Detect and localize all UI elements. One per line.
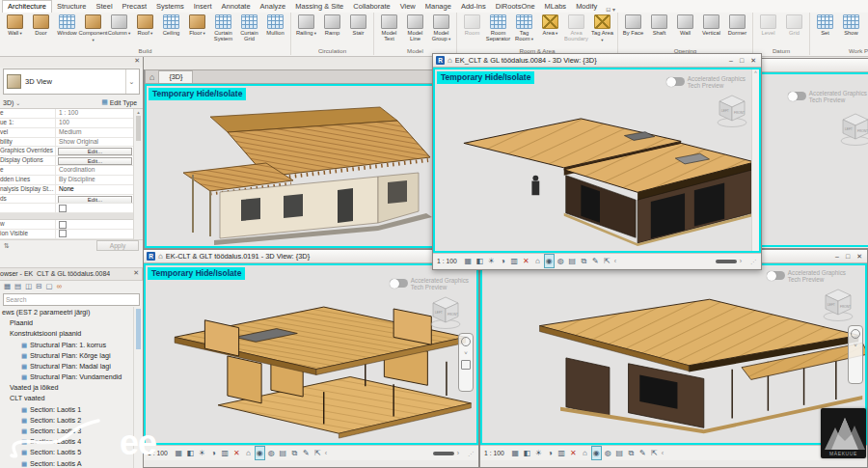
- ribbon-tab[interactable]: Systems: [151, 1, 189, 13]
- ribbon-button[interactable]: Component: [80, 13, 106, 46]
- accelerated-graphics-toggle[interactable]: [666, 77, 685, 86]
- crop-view-icon[interactable]: ▥: [221, 447, 230, 459]
- browser-tree-item[interactable]: Structural Plan: Vundamendid: [0, 372, 143, 382]
- reveal-hidden-elements-icon[interactable]: ◍: [267, 447, 276, 459]
- browser-tree-item[interactable]: Vaated ja lõiked: [0, 382, 143, 393]
- chevron-down-icon[interactable]: ⌄: [125, 69, 137, 94]
- window-titlebar[interactable]: R ⌂ EK-CLT & GLT töödalus.0191 - 3D View…: [144, 250, 478, 263]
- shadows-icon[interactable]: ◑: [546, 447, 555, 459]
- horizontal-scrollbar-thumb[interactable]: [716, 260, 737, 263]
- home-icon[interactable]: ⌂: [146, 72, 158, 83]
- ribbon-tab[interactable]: Architecture: [2, 0, 52, 13]
- displacement-icon[interactable]: ⇱: [603, 255, 611, 267]
- ribbon-button[interactable]: Roof: [132, 13, 158, 46]
- ribbon-tab[interactable]: Manage: [420, 1, 456, 13]
- accelerated-graphics-toggle[interactable]: [788, 92, 806, 100]
- ribbon-tab[interactable]: Insert: [189, 1, 217, 13]
- ribbon-button[interactable]: By Face: [620, 13, 646, 46]
- visual-style-icon[interactable]: ◧: [523, 447, 531, 459]
- accelerated-graphics-toggle[interactable]: [390, 279, 408, 288]
- ribbon-button[interactable]: Room Separator: [485, 13, 511, 46]
- ribbon-tab[interactable]: View: [395, 1, 420, 13]
- navigation-bar[interactable]: ˅: [458, 333, 474, 392]
- browser-tree-item[interactable]: CLT vaated: [0, 393, 143, 403]
- ribbon-tab[interactable]: Massing & Site: [290, 1, 348, 13]
- browser-tree-item[interactable]: Structural Plan: Kõrge lagi: [0, 350, 143, 361]
- ribbon-tab[interactable]: Add-Ins: [456, 1, 491, 13]
- shadows-icon[interactable]: ◑: [499, 255, 507, 267]
- minimize-button[interactable]: –: [833, 253, 841, 260]
- ribbon-button[interactable]: Show: [838, 13, 864, 46]
- property-row[interactable]: Graphics Overrides Edit...: [0, 147, 143, 156]
- collapse-icon[interactable]: ‹: [325, 450, 327, 456]
- 3d-canvas-flat-roof[interactable]: Accelerated GraphicsTech Preview LEFT FR…: [480, 263, 867, 445]
- view-window-right[interactable]: Accelerated GraphicsTech Preview LEFT FR…: [756, 58, 868, 249]
- ribbon-tab[interactable]: Structure: [52, 1, 91, 13]
- crop-region-off-icon[interactable]: ✕: [232, 447, 241, 459]
- edit-type-button[interactable]: ▦ Edit Type: [98, 97, 140, 107]
- property-row[interactable]: dden Lines By Discipline: [0, 176, 143, 185]
- scroll-right-icon[interactable]: ›: [457, 450, 459, 456]
- displacement-icon[interactable]: ⇱: [313, 447, 322, 459]
- ribbon-button[interactable]: Door: [28, 13, 54, 46]
- locked-3d-view-icon[interactable]: ⌂: [581, 447, 589, 459]
- window-titlebar[interactable]: [757, 59, 868, 72]
- close-button[interactable]: ✕: [854, 253, 864, 261]
- view-cube[interactable]: LEFT FRONT: [819, 287, 857, 323]
- temporary-view-properties-icon[interactable]: ▤: [615, 447, 624, 459]
- analytical-model-icon[interactable]: ⧉: [627, 447, 636, 459]
- ribbon-button[interactable]: Set: [812, 13, 838, 46]
- ribbon-button[interactable]: Tag Area: [589, 13, 615, 46]
- browser-views-icon[interactable]: ▦: [4, 282, 11, 290]
- ribbon-tab[interactable]: Steel: [91, 1, 117, 13]
- constraints-icon[interactable]: ✎: [638, 447, 647, 459]
- ribbon-button[interactable]: Railing: [293, 13, 319, 46]
- ribbon-button[interactable]: Ceiling: [158, 13, 184, 46]
- ribbon-button[interactable]: Curtain System: [210, 13, 236, 46]
- ribbon-tab[interactable]: Modify: [571, 1, 602, 13]
- crop-region-off-icon[interactable]: ✕: [569, 447, 578, 459]
- detail-level-icon[interactable]: ▦: [464, 255, 473, 267]
- browser-tree-item[interactable]: Structural Plan: Madal lagi: [0, 361, 143, 372]
- browser-sheets-icon[interactable]: ▤: [14, 282, 21, 290]
- ribbon-button[interactable]: Mullion: [262, 13, 288, 46]
- ribbon-button[interactable]: Dormer: [724, 13, 750, 46]
- analytical-model-icon[interactable]: ⧉: [580, 255, 588, 267]
- view-window-0191[interactable]: R ⌂ EK-CLT & GLT töödalus.0191 - 3D View…: [143, 249, 479, 468]
- analytical-model-icon[interactable]: ⧉: [290, 447, 299, 459]
- property-row[interactable]: [0, 213, 143, 220]
- constraints-icon[interactable]: ✎: [591, 255, 600, 267]
- project-browser-header[interactable]: owser - EK_CLT & GL töödalus.0084 ✕: [0, 267, 143, 281]
- displacement-icon[interactable]: ⇱: [650, 447, 659, 459]
- temporary-view-properties-icon[interactable]: ▤: [568, 255, 577, 267]
- property-row[interactable]: ion Visible: [0, 230, 143, 239]
- ribbon-button[interactable]: Ramp: [319, 13, 345, 46]
- ribbon-tab[interactable]: Precast: [118, 1, 151, 13]
- crop-view-icon[interactable]: ▥: [557, 447, 566, 459]
- property-row[interactable]: Display Options Edit...: [0, 156, 143, 166]
- chevron-down-icon[interactable]: ⌄: [15, 99, 20, 106]
- ribbon-button[interactable]: Ref Plane: [864, 13, 868, 46]
- browser-tree-item[interactable]: ews (EST 2 parameetri järgi): [0, 307, 143, 317]
- view-scale-label[interactable]: 1 : 100: [437, 258, 457, 264]
- resize-grip[interactable]: ⋰: [750, 258, 757, 264]
- ribbon-button[interactable]: Area: [537, 13, 563, 46]
- ribbon-button[interactable]: Vertical: [698, 13, 724, 46]
- browser-expand-icon[interactable]: ◫: [25, 282, 32, 290]
- floating-view-window-0084[interactable]: R ⌂ EK_CLT & GL töödalus.0084 - 3D View:…: [432, 53, 762, 270]
- ribbon-tab[interactable]: Collaborate: [348, 1, 394, 13]
- navigation-bar[interactable]: ˅: [848, 325, 863, 384]
- browser-close-icon[interactable]: ✕: [133, 269, 139, 277]
- ribbon-button[interactable]: Window: [54, 13, 80, 46]
- ribbon-button[interactable]: Area Boundary: [563, 13, 589, 46]
- resize-grip[interactable]: ⋰: [468, 450, 475, 456]
- reveal-hidden-elements-icon[interactable]: ◍: [556, 255, 565, 267]
- 3d-canvas-right[interactable]: Accelerated GraphicsTech Preview LEFT FR…: [757, 72, 868, 247]
- ribbon-button[interactable]: Wall: [2, 13, 28, 46]
- view-cube[interactable]: LEFT FRONT: [836, 111, 868, 148]
- ribbon-button[interactable]: Grid: [781, 13, 807, 46]
- view-window-bottom-right[interactable]: – □ ✕ Accelerated GraphicsTech Preview L…: [479, 249, 868, 468]
- crop-region-off-icon[interactable]: ✕: [522, 255, 530, 267]
- minimize-button[interactable]: –: [727, 57, 735, 64]
- view-tab-3d[interactable]: {3D}: [158, 70, 193, 83]
